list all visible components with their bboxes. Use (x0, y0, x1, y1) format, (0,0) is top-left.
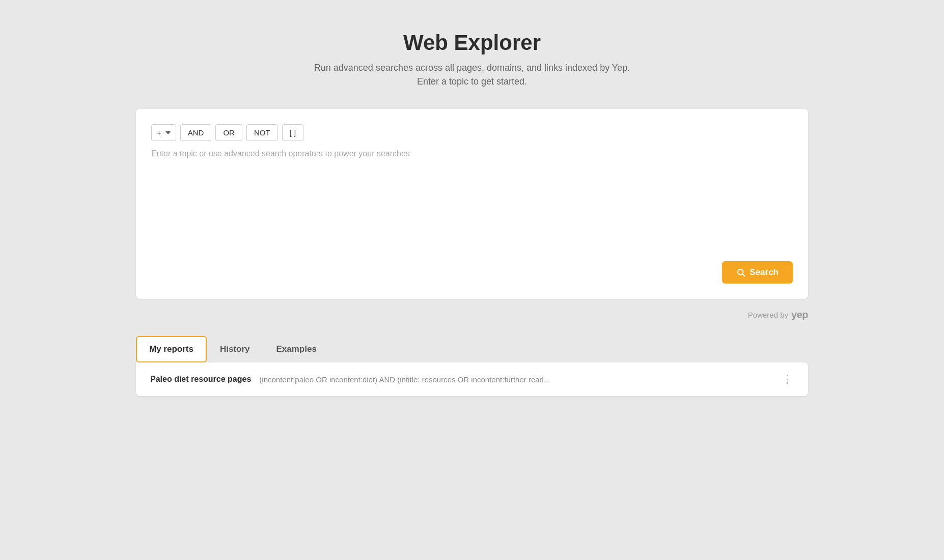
tab-content-my-reports: Paleo diet resource pages (incontent:pal… (136, 362, 808, 396)
page-header: Web Explorer Run advanced searches acros… (136, 31, 808, 89)
and-operator-button[interactable]: AND (180, 124, 212, 141)
main-container: Web Explorer Run advanced searches acros… (136, 31, 808, 396)
not-operator-button[interactable]: NOT (246, 124, 278, 141)
chevron-down-icon (165, 131, 171, 134)
subtitle-line1: Run advanced searches across all pages, … (314, 63, 630, 73)
powered-by-section: Powered by yep (136, 309, 808, 321)
add-operator-button[interactable]: + (151, 124, 176, 141)
tab-my-reports[interactable]: My reports (136, 336, 207, 362)
or-operator-button[interactable]: OR (215, 124, 242, 141)
subtitle-line2: Enter a topic to get started. (417, 76, 527, 87)
tabs-header: My reports History Examples (136, 336, 808, 362)
bracket-operator-button[interactable]: [ ] (282, 124, 304, 141)
search-panel: + AND OR NOT [ ] Search (136, 109, 808, 299)
svg-line-1 (743, 274, 745, 276)
page-subtitle: Run advanced searches across all pages, … (136, 61, 808, 89)
tabs-section: My reports History Examples Paleo diet r… (136, 336, 808, 396)
report-name: Paleo diet resource pages (150, 375, 251, 384)
search-icon (736, 268, 745, 277)
table-row: Paleo diet resource pages (incontent:pal… (136, 362, 808, 396)
add-icon: + (157, 128, 161, 137)
search-button[interactable]: Search (722, 261, 793, 284)
report-query: (incontent:paleo OR incontent:diet) AND … (259, 375, 773, 384)
tab-examples[interactable]: Examples (263, 336, 330, 362)
search-footer: Search (151, 261, 793, 284)
powered-by-label: Powered by (748, 311, 788, 319)
tab-history[interactable]: History (207, 336, 263, 362)
yep-logo: yep (791, 309, 808, 321)
search-input[interactable] (151, 149, 793, 251)
search-button-label: Search (749, 267, 779, 277)
search-toolbar: + AND OR NOT [ ] (151, 124, 793, 141)
report-menu-icon[interactable]: ⋮ (782, 374, 794, 385)
page-title: Web Explorer (136, 31, 808, 55)
